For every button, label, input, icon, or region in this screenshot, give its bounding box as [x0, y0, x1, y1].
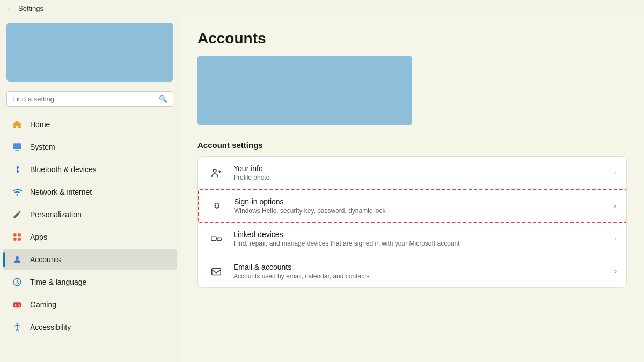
apps-icon [12, 232, 23, 242]
system-icon [12, 142, 23, 152]
item-desc-sign-in-options: Windows Hello, security key, password, d… [234, 207, 605, 215]
item-label-email-accounts: Email & accounts [233, 263, 606, 271]
sidebar-item-personalization[interactable]: Personalization [3, 204, 177, 225]
network-icon [12, 187, 23, 197]
item-text-your-info: Your info Profile photo [233, 164, 606, 181]
settings-item-sign-in-options[interactable]: Sign-in options Windows Hello, security … [197, 189, 627, 223]
item-desc-your-info: Profile photo [233, 174, 606, 181]
item-text-email-accounts: Email & accounts Accounts used by email,… [233, 263, 606, 280]
sidebar-item-time[interactable]: Time & language [3, 271, 177, 293]
home-icon [12, 119, 23, 130]
accounts-icon [12, 254, 23, 265]
svg-rect-4 [18, 233, 21, 236]
svg-rect-9 [13, 302, 21, 307]
item-text-sign-in-options: Sign-in options Windows Hello, security … [234, 197, 605, 215]
sidebar-item-apps[interactable]: Apps [3, 226, 177, 248]
linked-devices-icon [208, 230, 225, 247]
gaming-icon [12, 299, 23, 310]
nav-items: Home System Bluetooth & devices Network … [0, 113, 180, 338]
svg-rect-3 [13, 233, 16, 236]
svg-point-7 [16, 256, 19, 260]
search-icon: 🔍 [159, 95, 167, 103]
page-title: Accounts [197, 30, 627, 47]
settings-list: Your info Profile photo › Sign-in option… [197, 156, 627, 288]
section-title: Account settings [197, 141, 627, 150]
item-label-sign-in-options: Sign-in options [234, 197, 605, 206]
chevron-icon-email-accounts: › [614, 268, 617, 275]
bluetooth-icon [12, 164, 23, 175]
back-button[interactable]: ← [6, 4, 14, 13]
sign-in-options-icon [208, 197, 225, 215]
sidebar-item-home[interactable]: Home [3, 114, 177, 135]
sidebar-profile-banner [6, 23, 173, 82]
sidebar-item-gaming[interactable]: Gaming [3, 294, 177, 315]
svg-point-12 [17, 323, 18, 325]
your-info-icon [208, 164, 225, 181]
svg-point-2 [17, 194, 18, 196]
sidebar-item-system[interactable]: System [3, 136, 177, 158]
sidebar: 🔍 Home System Bluetooth & devices Networ… [0, 17, 180, 362]
search-box[interactable]: 🔍 [6, 91, 173, 107]
sidebar-item-label-apps: Apps [30, 233, 47, 241]
item-desc-email-accounts: Accounts used by email, calendar, and co… [233, 272, 606, 280]
main-content: Accounts Account settings Your info Prof… [180, 17, 644, 362]
sidebar-item-label-network: Network & internet [30, 188, 92, 196]
svg-rect-18 [212, 269, 221, 275]
sidebar-item-network[interactable]: Network & internet [3, 181, 177, 203]
search-input[interactable] [12, 95, 155, 103]
sidebar-item-bluetooth[interactable]: Bluetooth & devices [3, 159, 177, 180]
sidebar-item-label-time: Time & language [30, 278, 86, 286]
profile-banner [197, 56, 412, 125]
accessibility-icon [12, 322, 23, 333]
svg-point-11 [19, 305, 20, 306]
time-icon [12, 277, 23, 287]
svg-rect-16 [211, 237, 216, 240]
svg-point-13 [214, 169, 217, 173]
svg-rect-5 [13, 238, 16, 241]
svg-rect-17 [217, 238, 221, 241]
sidebar-item-label-system: System [30, 143, 55, 151]
sidebar-item-label-personalization: Personalization [30, 210, 82, 219]
item-label-your-info: Your info [233, 164, 606, 173]
sidebar-item-label-bluetooth: Bluetooth & devices [30, 165, 97, 174]
item-text-linked-devices: Linked devices Find, repair, and manage … [233, 230, 606, 247]
svg-point-10 [18, 304, 19, 305]
svg-rect-6 [18, 238, 21, 241]
svg-point-15 [215, 205, 216, 206]
settings-item-your-info[interactable]: Your info Profile photo › [198, 157, 626, 189]
sidebar-item-label-accessibility: Accessibility [30, 323, 71, 331]
settings-item-linked-devices[interactable]: Linked devices Find, repair, and manage … [198, 223, 626, 255]
item-desc-linked-devices: Find, repair, and manage devices that ar… [233, 240, 606, 247]
titlebar: ← Settings [0, 0, 644, 17]
personalization-icon [12, 209, 23, 220]
item-label-linked-devices: Linked devices [233, 230, 606, 239]
chevron-icon-sign-in-options: › [614, 202, 616, 210]
chevron-icon-your-info: › [614, 169, 617, 176]
sidebar-item-label-gaming: Gaming [30, 300, 56, 309]
sidebar-item-label-home: Home [30, 120, 50, 129]
sidebar-item-accounts[interactable]: Accounts [3, 249, 177, 270]
svg-rect-0 [13, 143, 21, 149]
svg-rect-1 [15, 150, 19, 151]
chevron-icon-linked-devices: › [614, 235, 617, 242]
settings-item-email-accounts[interactable]: Email & accounts Accounts used by email,… [198, 255, 626, 287]
sidebar-item-label-accounts: Accounts [30, 255, 61, 264]
sidebar-item-accessibility[interactable]: Accessibility [3, 316, 177, 338]
titlebar-title: Settings [18, 4, 43, 12]
email-accounts-icon [208, 263, 225, 280]
